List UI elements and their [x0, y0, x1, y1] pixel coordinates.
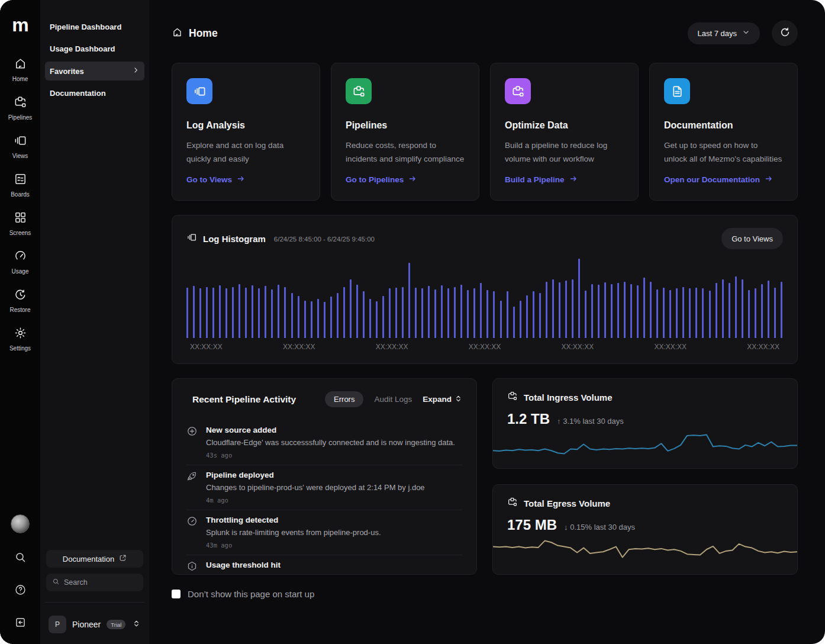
org-switcher[interactable]: P Pioneer Trial	[46, 611, 143, 636]
collapse-sidebar-icon[interactable]	[14, 616, 27, 631]
tab-audit-logs[interactable]: Audit Logs	[374, 395, 412, 404]
histogram-bar	[473, 288, 475, 338]
histogram-bar	[454, 287, 456, 339]
sidebar-item-usage-dashboard[interactable]: Usage Dashboard	[45, 40, 144, 58]
home-icon	[14, 57, 27, 73]
rail-item-pipelines[interactable]: Pipelines	[1, 95, 39, 121]
histogram-bar	[434, 289, 436, 339]
total-egress-volume-card: Total Egress Volume 175 MB ↓ 0.15% last …	[492, 484, 798, 575]
rail-bottom	[11, 514, 30, 644]
go-to-views-button[interactable]: Go to Views	[721, 228, 783, 249]
histogram-bar	[630, 284, 632, 339]
rail-item-label: Pipelines	[8, 114, 33, 121]
go-to-pipelines-link[interactable]: Go to Pipelines	[346, 175, 465, 185]
rail-item-home[interactable]: Home	[1, 57, 39, 82]
rail-item-usage[interactable]: Usage	[1, 249, 39, 275]
histogram-x-label: XX:XX:XX	[376, 343, 408, 351]
dont-show-checkbox[interactable]	[172, 590, 181, 598]
histogram-bar	[271, 289, 273, 339]
card-title: Log Analysis	[186, 120, 305, 131]
histogram-bar	[186, 288, 188, 339]
search-icon[interactable]	[14, 551, 27, 566]
arrow-right-icon	[569, 175, 578, 185]
rail-item-restore[interactable]: Restore	[1, 288, 39, 313]
histogram-bar	[774, 288, 776, 339]
gear-icon	[14, 326, 27, 342]
rail-item-boards[interactable]: Boards	[1, 172, 39, 198]
histogram-bar	[199, 288, 201, 338]
histogram-bar	[415, 288, 417, 339]
arrow-right-icon	[408, 175, 417, 185]
date-range-dropdown[interactable]: Last 7 days	[688, 22, 760, 44]
histogram-bar	[617, 283, 619, 338]
histogram-bar	[709, 291, 711, 338]
tab-errors[interactable]: Errors	[325, 391, 363, 407]
rail-item-settings[interactable]: Settings	[1, 326, 39, 352]
home-icon	[172, 27, 183, 40]
histogram-bar	[716, 283, 717, 338]
activity-title: Recent Pipeline Activity	[192, 394, 296, 405]
up-down-chevron-icon	[132, 619, 141, 630]
main-content: Home Last 7 days Log Analysis Explore an…	[149, 0, 825, 644]
histogram-bar	[650, 282, 652, 339]
search-input[interactable]: Search	[46, 574, 143, 591]
search-icon	[52, 577, 60, 588]
card-title: Optimize Data	[505, 120, 624, 131]
expand-button[interactable]: Expand	[423, 395, 462, 404]
histogram-bar	[317, 299, 319, 338]
refresh-button[interactable]	[772, 20, 798, 46]
histogram-bar	[643, 278, 645, 338]
activity-item[interactable]: New source added Cloudflare-Edge' was su…	[186, 420, 462, 465]
histogram-bar	[441, 285, 443, 338]
sidebar-item-favorites[interactable]: Favorites	[45, 62, 144, 80]
rail-item-screens[interactable]: Screens	[1, 211, 39, 236]
sidebar-item-pipeline-dashboard[interactable]: Pipeline Dashboard	[45, 18, 144, 36]
documentation-button[interactable]: Documentation	[46, 550, 143, 568]
icon-rail: m Home Pipelines Views Boards Screens	[0, 0, 40, 644]
activity-item[interactable]: Throttling detected Splunk is rate-limit…	[186, 510, 462, 555]
histogram-bar	[304, 301, 306, 339]
histogram-bar	[376, 301, 378, 339]
pipeline-icon	[346, 78, 372, 104]
sidebar-item-documentation[interactable]: Documentation	[45, 84, 144, 102]
histogram-bar	[637, 285, 639, 338]
rail-item-label: Screens	[9, 230, 31, 236]
main-header: Home Last 7 days	[172, 20, 798, 46]
recent-pipeline-activity-panel: Recent Pipeline Activity Errors Audit Lo…	[172, 378, 477, 575]
histogram-bar	[278, 285, 279, 339]
boards-icon	[14, 172, 27, 188]
pipeline-icon	[14, 95, 27, 111]
rail-item-label: Restore	[9, 307, 30, 313]
user-avatar[interactable]	[11, 514, 30, 533]
usage-gauge-icon	[14, 249, 27, 265]
histogram-bar	[493, 291, 495, 338]
histogram-bar	[486, 290, 488, 339]
histogram-bar	[298, 296, 299, 338]
histogram-bar	[402, 287, 404, 339]
histogram-bar	[748, 290, 750, 339]
rail-item-label: Usage	[12, 268, 29, 275]
rail-item-views[interactable]: Views	[1, 134, 39, 159]
histogram-bar	[598, 285, 600, 339]
histogram-bar	[578, 259, 580, 338]
histogram-bar	[460, 285, 462, 339]
histogram-bar	[311, 301, 312, 339]
histogram-bar	[337, 293, 339, 339]
histogram-x-label: XX:XX:XX	[654, 343, 687, 351]
histogram-bar	[676, 288, 678, 338]
activity-item[interactable]: Usage threshold hit	[186, 555, 462, 575]
plus-circle-icon	[186, 426, 198, 459]
histogram-bar	[729, 283, 730, 338]
hexagon-info-icon	[186, 561, 198, 574]
card-optimize-data: Optimize Data Build a pipeline to reduce…	[490, 63, 639, 201]
go-to-views-link[interactable]: Go to Views	[186, 175, 305, 185]
activity-item[interactable]: Pipeline deployed Changes to pipeline-pr…	[186, 465, 462, 510]
help-icon[interactable]	[14, 584, 27, 598]
open-documentation-link[interactable]: Open our Documentation	[664, 175, 783, 185]
histogram-bar	[258, 288, 260, 338]
histogram-bar	[611, 284, 613, 339]
histogram-bar	[624, 282, 626, 339]
card-description: Explore and act on log data quickly and …	[186, 139, 305, 166]
views-icon	[14, 134, 27, 150]
build-a-pipeline-link[interactable]: Build a Pipeline	[505, 175, 624, 185]
